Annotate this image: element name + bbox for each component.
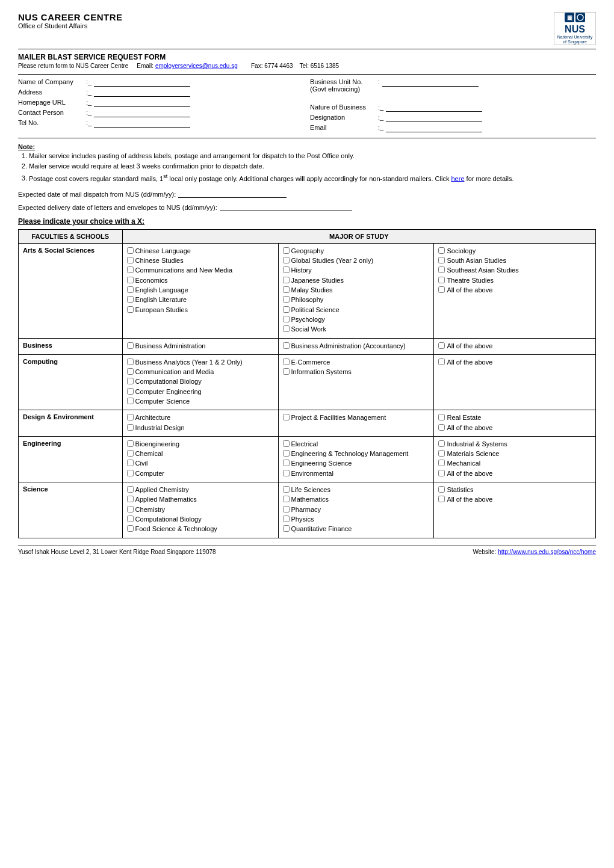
major-label: Chinese Language: [135, 247, 191, 255]
nus-logo-text: NUS: [565, 24, 585, 35]
faculty-cell-0: Arts & Social Sciences: [19, 243, 123, 338]
major-label: Economics: [135, 276, 168, 285]
major-checkbox[interactable]: [283, 247, 290, 254]
major-checkbox[interactable]: [438, 247, 445, 254]
major-checkbox[interactable]: [127, 525, 134, 532]
major-checkbox[interactable]: [283, 486, 290, 493]
major-checkbox[interactable]: [283, 325, 290, 332]
major-checkbox[interactable]: [127, 266, 134, 273]
checkbox-item: Food Science & Technology: [127, 525, 274, 533]
footer-website-link[interactable]: http://www.nus.edu.sg/osa/ncc/home: [498, 549, 596, 555]
major-checkbox[interactable]: [438, 257, 445, 263]
major-checkbox[interactable]: [127, 368, 134, 375]
contact-person-value[interactable]: [94, 109, 190, 117]
major-checkbox[interactable]: [127, 306, 134, 313]
major-label: Information Systems: [291, 368, 352, 376]
checkbox-item: Theatre Studies: [438, 276, 591, 285]
major-checkbox[interactable]: [283, 440, 290, 447]
business-unit-value[interactable]: [382, 78, 479, 87]
delivery-date-input[interactable]: [220, 203, 352, 211]
major-checkbox[interactable]: [127, 470, 134, 476]
major-checkbox[interactable]: [127, 296, 134, 303]
major-checkbox[interactable]: [283, 342, 290, 349]
major-checkbox[interactable]: [127, 359, 134, 365]
major-checkbox[interactable]: [283, 368, 290, 375]
major-checkbox[interactable]: [283, 450, 290, 457]
checkbox-item: Business Administration: [127, 342, 274, 350]
major-checkbox[interactable]: [127, 398, 134, 404]
major-checkbox[interactable]: [127, 277, 134, 283]
homepage-value[interactable]: [94, 99, 190, 107]
major-checkbox[interactable]: [127, 496, 134, 502]
major-col2-5: Life SciencesMathematicsPharmacyPhysicsQ…: [278, 482, 434, 538]
major-checkbox[interactable]: [283, 257, 290, 263]
major-checkbox[interactable]: [438, 414, 445, 420]
tel-value[interactable]: [94, 119, 190, 128]
major-checkbox[interactable]: [438, 460, 445, 466]
company-name-value[interactable]: [94, 78, 190, 87]
major-checkbox[interactable]: [438, 496, 445, 502]
here-link[interactable]: here: [451, 174, 465, 182]
major-checkbox[interactable]: [283, 296, 290, 303]
major-col3-5: StatisticsAll of the above: [434, 482, 596, 538]
subtitle-email-link[interactable]: employerservices@nus.edu.sg: [155, 63, 238, 69]
checkbox-item: Chemistry: [127, 505, 274, 514]
major-checkbox[interactable]: [438, 286, 445, 293]
major-checkbox[interactable]: [438, 424, 445, 431]
major-checkbox[interactable]: [283, 470, 290, 476]
major-checkbox[interactable]: [127, 286, 134, 293]
major-checkbox[interactable]: [283, 460, 290, 466]
major-checkbox[interactable]: [127, 486, 134, 493]
checkbox-item: Applied Chemistry: [127, 485, 274, 494]
major-checkbox[interactable]: [283, 496, 290, 502]
business-unit-label: Business Unit No.(Govt eInvoicing): [310, 78, 376, 93]
major-checkbox[interactable]: [283, 414, 290, 420]
major-checkbox[interactable]: [438, 277, 445, 283]
major-checkbox[interactable]: [127, 378, 134, 384]
major-checkbox[interactable]: [283, 277, 290, 283]
major-checkbox[interactable]: [438, 486, 445, 493]
major-label: English Language: [135, 286, 188, 294]
email-value[interactable]: [386, 124, 482, 132]
major-checkbox[interactable]: [127, 424, 134, 431]
checkbox-item: All of the above: [438, 342, 591, 350]
major-checkbox[interactable]: [127, 247, 134, 254]
major-checkbox[interactable]: [127, 450, 134, 457]
major-checkbox[interactable]: [283, 506, 290, 512]
major-checkbox[interactable]: [283, 306, 290, 313]
major-checkbox[interactable]: [283, 359, 290, 365]
major-checkbox[interactable]: [127, 414, 134, 420]
major-checkbox[interactable]: [438, 342, 445, 349]
checkbox-item: Computer Engineering: [127, 387, 274, 396]
form-divider: [18, 74, 596, 75]
major-checkbox[interactable]: [438, 450, 445, 457]
address-value[interactable]: [94, 88, 190, 97]
designation-value[interactable]: [386, 114, 482, 122]
major-col1-1: Business Administration: [122, 338, 278, 354]
major-label: Electrical: [291, 440, 318, 448]
checkbox-item: Communication and Media: [127, 368, 274, 376]
major-label: Theatre Studies: [447, 276, 494, 285]
major-checkbox[interactable]: [438, 440, 445, 447]
major-checkbox[interactable]: [283, 316, 290, 322]
checkbox-item: English Literature: [127, 295, 274, 304]
major-checkbox[interactable]: [438, 359, 445, 365]
major-checkbox[interactable]: [127, 388, 134, 395]
major-checkbox[interactable]: [127, 440, 134, 447]
major-col2-2: E-CommerceInformation Systems: [278, 354, 434, 410]
major-checkbox[interactable]: [283, 266, 290, 273]
major-checkbox[interactable]: [127, 460, 134, 466]
major-checkbox[interactable]: [127, 257, 134, 263]
major-checkbox[interactable]: [127, 516, 134, 522]
major-checkbox[interactable]: [438, 470, 445, 476]
subtitle-email-label: Email:: [137, 63, 154, 69]
dispatch-date-input[interactable]: [178, 189, 287, 198]
major-checkbox[interactable]: [438, 266, 445, 273]
major-checkbox[interactable]: [283, 516, 290, 522]
nature-business-value[interactable]: [386, 103, 482, 112]
major-checkbox[interactable]: [127, 342, 134, 349]
major-checkbox[interactable]: [283, 525, 290, 532]
major-checkbox[interactable]: [283, 286, 290, 293]
major-checkbox[interactable]: [127, 506, 134, 512]
checkbox-item: Applied Mathematics: [127, 495, 274, 503]
